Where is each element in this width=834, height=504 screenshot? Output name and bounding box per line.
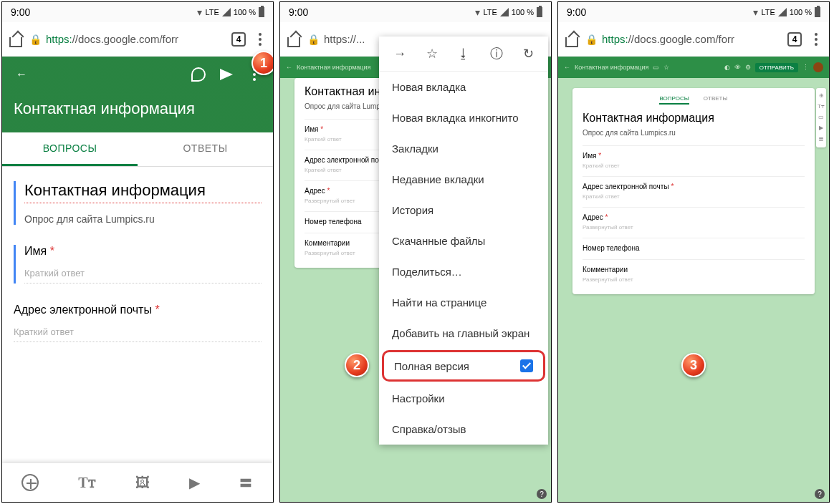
mini-tabs: ВОПРОСЫ ОТВЕТЫ — [583, 95, 805, 105]
checkbox-checked-icon[interactable] — [520, 359, 533, 372]
reload-icon[interactable]: ↻ — [523, 46, 534, 62]
browser-menu-button[interactable] — [253, 33, 267, 46]
palette-icon[interactable]: ◐ — [724, 64, 730, 71]
help-icon[interactable]: ? — [815, 489, 825, 499]
menu-help[interactable]: Справка/отзыв — [379, 414, 548, 445]
form-title: Контактная информация — [14, 100, 262, 118]
menu-recent-tabs[interactable]: Недавние вкладки — [379, 164, 548, 195]
question-title[interactable]: Контактная информация — [24, 181, 262, 203]
field-name-label: Имя * — [24, 245, 262, 258]
clock: 9:00 — [11, 6, 30, 18]
wifi-icon: ▾ — [753, 6, 758, 18]
lock-icon: 🔒 — [29, 34, 42, 45]
battery-icon — [259, 7, 264, 17]
add-image-icon[interactable]: 🖼 — [135, 475, 150, 491]
battery-icon — [815, 7, 820, 17]
menu-incognito[interactable]: Новая вкладка инкогнито — [379, 102, 548, 133]
status-bar: 9:00 ▾ LTE 100 % — [280, 2, 551, 22]
tab-answers[interactable]: ОТВЕТЫ — [138, 132, 273, 166]
download-icon[interactable]: ⭳ — [457, 47, 470, 62]
tab-switcher[interactable]: 4 — [231, 32, 246, 47]
add-video-icon[interactable]: ▶ — [819, 125, 823, 131]
browser-toolbar: 🔒 https://docs.google.com/forr 4 — [558, 22, 829, 57]
tab-questions[interactable]: ВОПРОСЫ — [659, 95, 689, 105]
menu-history[interactable]: История — [379, 195, 548, 226]
step-badge-2: 2 — [345, 353, 369, 377]
battery-icon — [537, 7, 542, 17]
clock: 9:00 — [567, 6, 586, 18]
add-section-icon[interactable]: 〓 — [818, 135, 824, 143]
form-tabs: ВОПРОСЫ ОТВЕТЫ — [2, 132, 273, 167]
preview-icon[interactable]: 👁 — [734, 64, 741, 71]
back-arrow-icon[interactable]: ← — [564, 64, 570, 71]
signal-icon — [778, 8, 787, 16]
folder-icon[interactable]: ▭ — [653, 64, 659, 71]
avatar[interactable] — [813, 62, 823, 72]
desktop-form-card: ВОПРОСЫ ОТВЕТЫ Контактная информация Опр… — [572, 88, 815, 294]
clock: 9:00 — [289, 6, 308, 18]
lte-label: LTE — [483, 8, 497, 16]
menu-desktop-site[interactable]: Полная версия — [382, 350, 545, 382]
add-section-icon[interactable]: 〓 — [239, 473, 253, 493]
desktop-forms-header: ← Контактная информация ▭ ☆ ◐ 👁 ⚙ ОТПРАВ… — [558, 57, 829, 78]
tab-questions[interactable]: ВОПРОСЫ — [2, 132, 138, 166]
battery-label: 100 % — [790, 8, 812, 16]
more-icon[interactable]: ⋮ — [802, 64, 809, 71]
lock-icon: 🔒 — [307, 34, 320, 45]
add-title-icon[interactable]: Tᴛ — [818, 103, 825, 110]
menu-find[interactable]: Найти на странице — [379, 287, 548, 318]
lte-label: LTE — [205, 8, 219, 16]
forms-header: ← Контактная информация — [2, 57, 273, 132]
field-name-answer[interactable]: Краткий ответ — [24, 268, 262, 284]
forward-icon[interactable]: → — [393, 47, 406, 62]
menu-new-tab[interactable]: Новая вкладка — [379, 72, 548, 102]
signal-icon — [222, 8, 231, 16]
status-bar: 9:00 ▾ LTE 100 % — [2, 2, 273, 22]
signal-icon — [500, 8, 509, 16]
send-button[interactable]: ОТПРАВИТЬ — [755, 63, 798, 72]
add-question-icon[interactable] — [21, 474, 39, 491]
form-description[interactable]: Опрос для сайта Lumpics.ru — [24, 213, 262, 225]
back-arrow-icon[interactable]: ← — [14, 67, 29, 82]
add-title-icon[interactable]: Tᴛ — [78, 474, 95, 491]
battery-label: 100 % — [234, 8, 256, 16]
lte-label: LTE — [761, 8, 775, 16]
back-arrow-icon[interactable]: ← — [286, 64, 292, 71]
step-badge-1: 1 — [251, 51, 274, 75]
info-icon[interactable]: ⓘ — [490, 45, 503, 62]
home-icon[interactable] — [286, 33, 300, 46]
url-bar[interactable]: 🔒 https://docs.google.com/forr — [29, 33, 224, 45]
step-badge-3: 3 — [681, 353, 706, 377]
menu-downloads[interactable]: Скачанные файлы — [379, 226, 548, 256]
add-video-icon[interactable]: ▶ — [189, 474, 200, 491]
wifi-icon: ▾ — [475, 6, 480, 18]
forms-toolbar: Tᴛ 🖼 ▶ 〓 — [2, 463, 273, 502]
status-bar: 9:00 ▾ LTE 100 % — [558, 2, 829, 22]
url-bar[interactable]: 🔒 https://docs.google.com/forr — [585, 33, 780, 45]
panel-step-1: 9:00 ▾ LTE 100 % 🔒 https://docs.google.c… — [1, 1, 274, 503]
field-email-answer[interactable]: Краткий ответ — [14, 326, 262, 342]
add-question-icon[interactable]: ⊕ — [819, 92, 824, 99]
browser-toolbar: 🔒 https://docs.google.com/forr 4 — [2, 22, 273, 57]
send-icon[interactable] — [220, 69, 233, 80]
browser-menu-button[interactable] — [809, 33, 823, 46]
battery-label: 100 % — [512, 8, 534, 16]
palette-icon[interactable] — [191, 67, 206, 82]
gear-icon[interactable]: ⚙ — [745, 64, 751, 71]
help-icon[interactable]: ? — [537, 489, 547, 499]
star-icon[interactable]: ☆ — [426, 46, 438, 62]
menu-settings[interactable]: Настройки — [379, 383, 548, 414]
home-icon[interactable] — [564, 33, 578, 46]
star-icon[interactable]: ☆ — [663, 64, 669, 71]
panel-step-3: 9:00 ▾ LTE 100 % 🔒 https://docs.google.c… — [557, 1, 830, 503]
tab-switcher[interactable]: 4 — [787, 32, 802, 47]
menu-share[interactable]: Поделиться… — [379, 256, 548, 287]
menu-add-home[interactable]: Добавить на главный экран — [379, 318, 548, 349]
add-image-icon[interactable]: ▭ — [818, 114, 824, 120]
tab-answers[interactable]: ОТВЕТЫ — [704, 95, 728, 105]
form-body: Контактная информация Опрос для сайта Lu… — [2, 167, 273, 357]
wifi-icon: ▾ — [197, 6, 202, 18]
home-icon[interactable] — [8, 33, 22, 46]
menu-bookmarks[interactable]: Закладки — [379, 133, 548, 164]
side-toolbar: ⊕ Tᴛ ▭ ▶ 〓 — [816, 88, 826, 147]
